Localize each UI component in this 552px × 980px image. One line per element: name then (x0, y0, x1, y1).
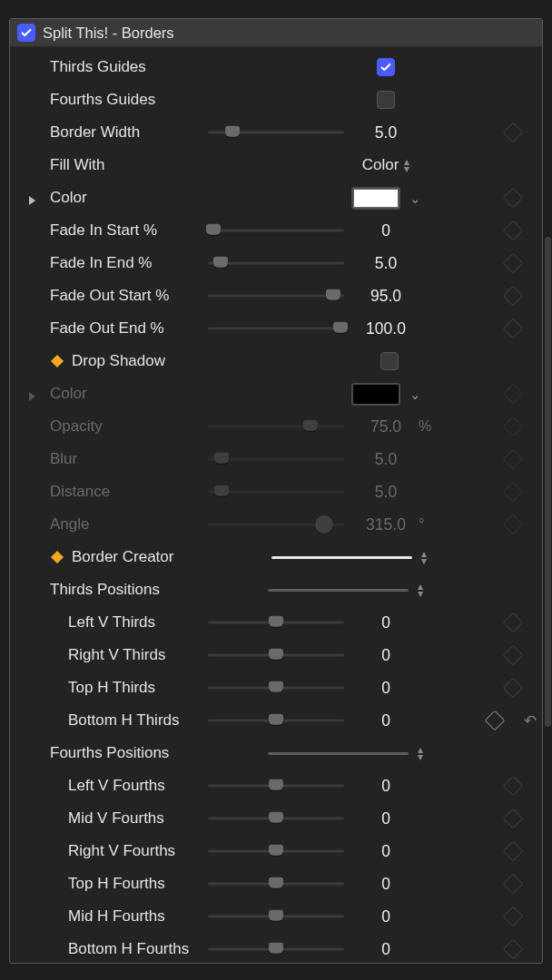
slider[interactable] (208, 906, 344, 927)
label: Blur (50, 450, 204, 468)
slider[interactable] (208, 840, 344, 862)
border-width-slider[interactable] (208, 122, 344, 143)
keyframe-icon[interactable] (503, 678, 524, 699)
enable-checkbox[interactable] (17, 24, 35, 42)
label: Top H Fourths (68, 875, 204, 893)
value[interactable]: 0 (350, 613, 422, 632)
value[interactable]: 0 (350, 777, 422, 796)
label: Thirds Guides (50, 58, 204, 76)
keyframe-icon[interactable] (503, 874, 524, 895)
ds-color-well[interactable]: ⌄ (351, 383, 421, 406)
slider[interactable] (208, 775, 344, 797)
drop-shadow-checkbox[interactable] (380, 352, 399, 370)
slider[interactable] (208, 612, 344, 633)
value[interactable]: 0 (350, 679, 422, 698)
slider[interactable] (208, 938, 344, 960)
chevron-down-icon[interactable]: ⌄ (409, 387, 421, 401)
value[interactable]: 0 (350, 646, 422, 665)
fade-out-start-slider[interactable] (208, 285, 344, 307)
diamond-icon (50, 550, 64, 564)
label: Thirds Positions (50, 581, 204, 599)
color-well[interactable]: ⌄ (351, 187, 421, 210)
chevron-down-icon[interactable]: ⌄ (409, 191, 421, 205)
value[interactable]: 0 (350, 711, 422, 730)
disclosure-triangle-icon[interactable] (26, 192, 37, 203)
param-top-h-fourths: Top H Fourths 0 (10, 867, 542, 900)
chevron-up-down-icon: ▴▾ (404, 158, 409, 173)
fill-with-popup[interactable]: Color ▴▾ (350, 156, 422, 174)
param-right-v-thirds: Right V Thirds 0 (10, 639, 542, 671)
keyframe-icon[interactable] (503, 188, 524, 209)
value[interactable]: 0 (350, 809, 422, 828)
add-keyframe-icon[interactable] (485, 710, 506, 731)
param-left-v-fourths: Left V Fourths 0 (10, 769, 542, 802)
keyframe-icon[interactable] (503, 122, 524, 143)
param-ds-color: Color ⌄ (10, 377, 542, 410)
param-bottom-h-thirds: Bottom H Thirds 0 ↶ (10, 704, 542, 737)
keyframe-icon[interactable] (503, 776, 524, 797)
value[interactable]: 75.0 (350, 417, 422, 436)
slider[interactable] (208, 710, 344, 731)
keyframe-icon[interactable] (503, 906, 524, 927)
disclosure-triangle-icon[interactable] (26, 388, 37, 399)
value[interactable]: 100.0 (350, 319, 422, 338)
reset-icon[interactable]: ↶ (524, 711, 537, 730)
keyframe-icon[interactable] (503, 645, 524, 666)
slider[interactable] (208, 808, 344, 829)
ds-angle-slider[interactable] (208, 514, 344, 535)
keyframe-icon[interactable] (503, 220, 524, 241)
param-ds-blur: Blur 5.0 (10, 443, 542, 475)
label: Top H Thirds (68, 679, 204, 697)
keyframe-icon[interactable] (503, 449, 524, 470)
fourths-guides-checkbox[interactable] (377, 91, 395, 109)
keyframe-icon[interactable] (503, 939, 524, 960)
keyframe-icon[interactable] (503, 514, 524, 535)
keyframe-icon[interactable] (503, 612, 524, 633)
fade-in-start-slider[interactable] (208, 220, 344, 241)
chevron-up-down-icon[interactable]: ▴▾ (418, 746, 423, 761)
param-fourths-positions: Fourths Positions ▴▾ (10, 737, 542, 769)
value[interactable]: 0 (350, 940, 422, 959)
label: Fade In Start % (50, 221, 204, 240)
slider[interactable] (208, 677, 344, 699)
fade-out-end-slider[interactable] (208, 318, 344, 339)
keyframe-icon[interactable] (503, 808, 524, 829)
fade-in-end-slider[interactable] (208, 252, 344, 274)
section-line (271, 556, 412, 559)
param-border-width: Border Width 5.0 (10, 116, 542, 149)
keyframe-icon[interactable] (503, 416, 524, 437)
effect-header[interactable]: Split This! - Borders (10, 19, 542, 47)
keyframe-icon[interactable] (503, 286, 524, 307)
slider[interactable] (208, 873, 344, 895)
ds-distance-slider[interactable] (208, 481, 344, 503)
svg-rect-0 (51, 355, 64, 368)
value[interactable]: 5.0 (350, 254, 422, 273)
value[interactable]: 0 (350, 842, 422, 861)
param-bottom-h-fourths: Bottom H Fourths 0 (10, 933, 542, 965)
slider[interactable] (208, 644, 344, 666)
keyframe-icon[interactable] (503, 253, 524, 274)
color-swatch[interactable] (351, 187, 400, 210)
keyframe-icon[interactable] (503, 841, 524, 862)
scrollbar[interactable] (545, 237, 551, 727)
value[interactable]: 95.0 (350, 287, 422, 306)
ds-opacity-slider[interactable] (208, 416, 344, 437)
value[interactable]: 5.0 (350, 483, 422, 502)
color-swatch[interactable] (351, 383, 400, 406)
keyframe-icon[interactable] (503, 318, 524, 339)
fill-with-value: Color (362, 156, 399, 174)
border-width-value[interactable]: 5.0 (350, 123, 422, 142)
chevron-up-down-icon[interactable]: ▴▾ (418, 583, 423, 598)
chevron-up-down-icon[interactable]: ▴▾ (421, 550, 427, 565)
keyframe-icon[interactable] (503, 384, 524, 405)
value[interactable]: 0 (350, 221, 422, 240)
value[interactable]: 5.0 (350, 450, 422, 469)
value[interactable]: 315.0 (350, 515, 422, 534)
thirds-guides-checkbox[interactable] (377, 58, 395, 76)
param-fade-out-end: Fade Out End % 100.0 (10, 312, 542, 345)
value[interactable]: 0 (350, 875, 422, 894)
ds-blur-slider[interactable] (208, 448, 344, 470)
label: Color (50, 385, 204, 403)
keyframe-icon[interactable] (503, 482, 524, 503)
value[interactable]: 0 (350, 907, 422, 926)
